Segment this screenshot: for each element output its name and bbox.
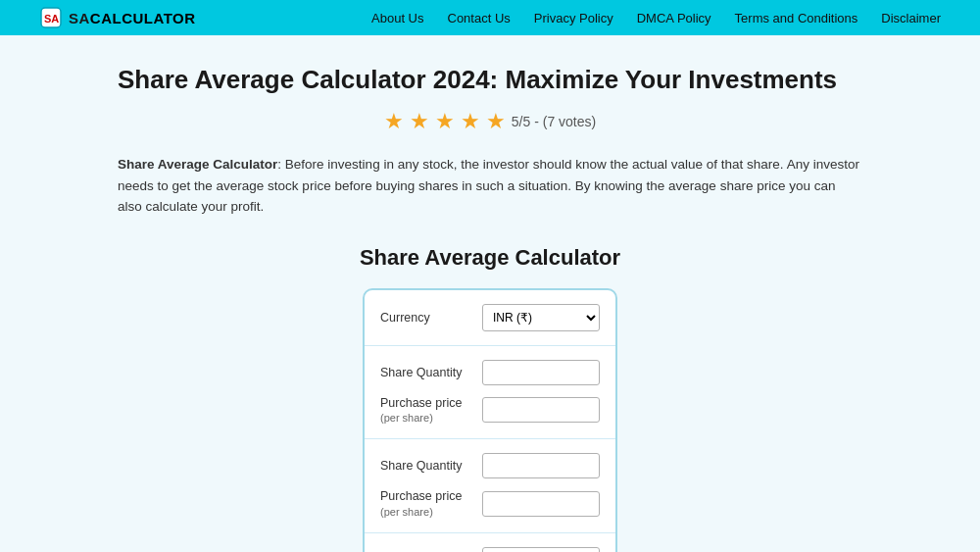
nav-disclaimer[interactable]: Disclaimer (881, 11, 941, 25)
share-qty-row-1: Share Quantity (380, 360, 600, 385)
main-nav: About Us Contact Us Privacy Policy DMCA … (371, 11, 941, 25)
share-qty-row-3: Share Quantity (380, 547, 600, 552)
description-bold: Share Average Calculator (118, 157, 277, 172)
star-3: ★ (435, 109, 455, 134)
share-qty-input-2[interactable] (482, 453, 600, 478)
calc-section-2: Share Quantity Purchase price (per share… (365, 439, 615, 533)
purchase-price-input-2[interactable] (482, 491, 600, 517)
purchase-price-input-1[interactable] (482, 397, 600, 423)
rating-row: ★ ★ ★ ★ ★ 5/5 - (7 votes) (118, 109, 862, 134)
logo: SA SACALCULATOR (39, 6, 196, 29)
logo-icon: SA (39, 6, 63, 29)
purchase-price-row-2: Purchase price (per share) (380, 488, 600, 519)
share-qty-input-3[interactable] (482, 547, 600, 552)
header: SA SACALCULATOR About Us Contact Us Priv… (0, 0, 980, 35)
currency-row: Currency INR (₹) USD ($) EUR (€) GBP (£)… (380, 304, 600, 331)
page-title: Share Average Calculator 2024: Maximize … (118, 65, 862, 95)
star-5: ★ (486, 109, 506, 134)
calc-section-3: Share Quantity Purchase price (per share… (365, 533, 615, 552)
calculator-card: Currency INR (₹) USD ($) EUR (€) GBP (£)… (363, 288, 617, 552)
logo-text: SACALCULATOR (69, 10, 196, 26)
calc-heading: Share Average Calculator (118, 245, 862, 271)
currency-label: Currency (380, 310, 430, 326)
nav-privacy[interactable]: Privacy Policy (534, 11, 613, 25)
share-qty-label-2: Share Quantity (380, 458, 462, 474)
calc-section-1: Share Quantity Purchase price (per share… (365, 346, 615, 440)
share-qty-input-1[interactable] (482, 360, 600, 385)
purchase-price-row-1: Purchase price (per share) (380, 395, 600, 426)
share-qty-row-2: Share Quantity (380, 453, 600, 478)
rating-text: 5/5 - (7 votes) (512, 114, 596, 129)
main-content: Share Average Calculator 2024: Maximize … (98, 35, 882, 552)
purchase-price-label-2: Purchase price (per share) (380, 488, 462, 519)
nav-about[interactable]: About Us (371, 11, 423, 25)
currency-select[interactable]: INR (₹) USD ($) EUR (€) GBP (£) JPY (¥) (482, 304, 600, 331)
nav-contact[interactable]: Contact Us (448, 11, 511, 25)
star-4: ★ (461, 109, 480, 134)
description: Share Average Calculator: Before investi… (118, 154, 862, 218)
nav-dmca[interactable]: DMCA Policy (637, 11, 711, 25)
nav-terms[interactable]: Terms and Conditions (735, 11, 858, 25)
purchase-price-label-1: Purchase price (per share) (380, 395, 462, 426)
star-2: ★ (410, 109, 429, 134)
star-1: ★ (384, 109, 404, 134)
svg-text:SA: SA (44, 13, 59, 25)
share-qty-label-1: Share Quantity (380, 365, 462, 380)
currency-section: Currency INR (₹) USD ($) EUR (€) GBP (£)… (365, 290, 615, 346)
